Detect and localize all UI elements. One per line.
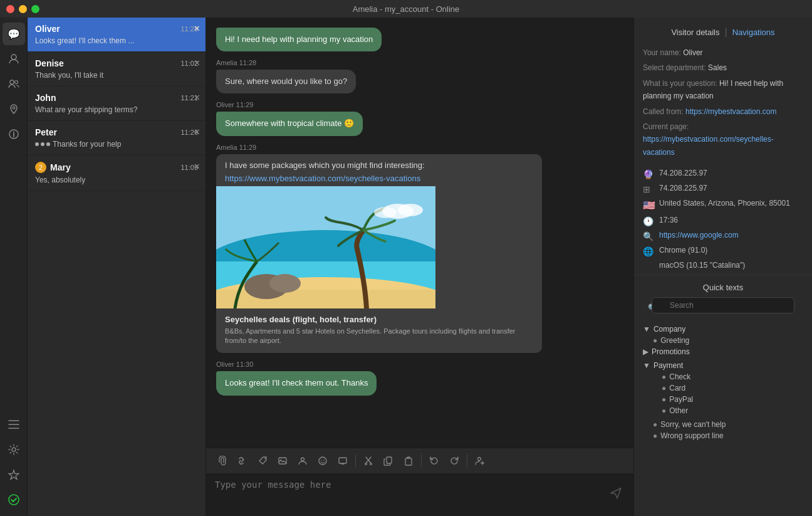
- current-page-link[interactable]: https://mybestvacation.com/seychelles-va…: [643, 135, 774, 156]
- conv-close-denise[interactable]: ✕: [194, 58, 200, 68]
- question-row: What is your question: Hi! I need help w…: [643, 77, 803, 103]
- qt-label-other: Other: [669, 406, 688, 415]
- bullet-icon-5: ●: [662, 406, 666, 415]
- toolbar-tag[interactable]: [254, 452, 271, 470]
- nav-location[interactable]: [3, 98, 25, 120]
- qt-folder-promotions-header[interactable]: ▶ Promotions: [643, 346, 803, 357]
- typing-indicator: [35, 142, 50, 146]
- vm-os: macOS (10.15 "Catalina"): [659, 261, 745, 270]
- chevron-down-icon: ▼: [643, 325, 650, 334]
- bullet-icon-2: ●: [662, 372, 666, 381]
- conversation-item-john[interactable]: John 11:21 ✕ What are your shipping term…: [28, 87, 206, 121]
- bullet-icon-4: ●: [662, 395, 666, 404]
- qt-label-sorry: Sorry, we can't help: [660, 420, 726, 429]
- svg-point-16: [374, 207, 397, 218]
- qt-item-paypal[interactable]: ● PayPal: [652, 394, 803, 405]
- bullet-icon: ●: [653, 336, 657, 345]
- send-button[interactable]: [610, 487, 622, 503]
- conversation-item-mary[interactable]: 2 Mary 11:09 ✕ Yes, absolutely: [28, 155, 206, 191]
- nav-star[interactable]: [3, 463, 25, 486]
- seychelles-link[interactable]: https://www.mybestvacation.com/seychelle…: [225, 174, 420, 183]
- conv-close-john[interactable]: ✕: [194, 93, 200, 102]
- right-panel: Visitor details | Navigations Your name:…: [633, 18, 812, 516]
- toolbar-user-add[interactable]: [471, 452, 489, 470]
- vm-time: 17:36: [659, 216, 678, 224]
- msg-bubble-5: Looks great! I'll check them out. Thanks: [216, 371, 377, 395]
- conversation-item-denise[interactable]: Denise 11:02 ✕ Thank you, I'll take it: [28, 52, 206, 87]
- current-page-row: Current page: https://mybestvacation.com…: [643, 120, 803, 159]
- toolbar-separator-1: [355, 455, 356, 467]
- quick-texts-search[interactable]: [652, 297, 794, 313]
- close-button[interactable]: [6, 5, 14, 13]
- nav-profile[interactable]: [3, 48, 25, 70]
- nav-status[interactable]: [3, 488, 25, 511]
- toolbar-link[interactable]: [234, 452, 251, 470]
- conv-preview-mary: Yes, absolutely: [35, 176, 167, 184]
- nav-chat[interactable]: 💬: [3, 23, 25, 45]
- toolbar-attach[interactable]: [214, 452, 231, 470]
- conv-close-mary[interactable]: ✕: [194, 162, 200, 171]
- nav-users[interactable]: [3, 73, 25, 95]
- conv-name-oliver: Oliver: [35, 24, 60, 34]
- qt-folder-label-company: Company: [653, 325, 685, 334]
- svg-rect-24: [339, 458, 346, 463]
- toolbar-separator-2: [421, 455, 422, 467]
- toolbar-redo[interactable]: [445, 452, 463, 470]
- navigations-link[interactable]: Navigations: [732, 28, 775, 37]
- conv-name-mary: Mary: [50, 162, 71, 172]
- conv-close-peter[interactable]: ✕: [194, 127, 200, 137]
- toolbar-emoji[interactable]: [314, 452, 331, 470]
- minimize-button[interactable]: [19, 5, 27, 13]
- msg-card-body: Seychelles deals (flight, hotel, transfe…: [216, 308, 542, 354]
- toolbar-image[interactable]: [274, 452, 291, 470]
- conversation-item-oliver[interactable]: Oliver 11:28 ✕ Looks great! I'll check t…: [28, 18, 206, 52]
- toolbar-person[interactable]: [294, 452, 311, 470]
- msg-bubble-2: Sure, where would you like to go?: [216, 70, 356, 93]
- toolbar-screen[interactable]: [334, 452, 351, 470]
- message-1: Hi! I need help with planning my vacatio…: [216, 28, 623, 51]
- nav-menu[interactable]: [3, 413, 25, 436]
- vm-referrer[interactable]: https://www.google.com: [659, 231, 739, 240]
- conv-preview-denise: Thank you, I'll take it: [35, 71, 167, 80]
- vm-ip2-row: ⊞ 74.208.225.97: [643, 184, 803, 194]
- qt-label-card: Card: [669, 384, 685, 392]
- conv-close-oliver[interactable]: ✕: [194, 24, 200, 33]
- qt-folder-label-payment: Payment: [653, 361, 683, 370]
- vm-ip2: 74.208.225.97: [659, 184, 707, 192]
- toolbar-undo[interactable]: [425, 452, 443, 470]
- titlebar: Amelia - my_account - Online: [0, 0, 812, 18]
- msg-bubble-3: Somewhere with tropical climate 🙂: [216, 112, 363, 135]
- conv-name-peter: Peter: [35, 127, 57, 137]
- svg-point-13: [269, 274, 301, 293]
- svg-point-20: [301, 458, 304, 461]
- qt-item-card[interactable]: ● Card: [652, 382, 803, 394]
- msg-card: I have some packages which you might fin…: [216, 154, 542, 354]
- question-label: What is your question:: [643, 79, 717, 88]
- qt-item-greeting[interactable]: ● Greeting: [643, 335, 803, 346]
- msg-meta-4: Amelia 11:29: [216, 144, 256, 151]
- vm-location: United States, Arizona, Phoenix, 85001: [659, 199, 790, 208]
- toolbar-paste[interactable]: [400, 452, 417, 470]
- qt-item-sorry[interactable]: ● Sorry, we can't help: [643, 419, 803, 430]
- message-input[interactable]: [215, 480, 625, 505]
- qt-folder-company-header[interactable]: ▼ Company: [643, 324, 803, 335]
- maximize-button[interactable]: [31, 5, 39, 13]
- qt-item-other[interactable]: ● Other: [652, 405, 803, 416]
- conversation-item-peter[interactable]: Peter 11:26 ✕ Thanks for your help: [28, 121, 206, 155]
- toolbar-copy[interactable]: [380, 452, 397, 470]
- message-5: Oliver 11:30 Looks great! I'll check the…: [216, 361, 623, 395]
- visitor-info: Your name: Oliver Select department: Sal…: [634, 44, 812, 164]
- conversation-list: Oliver 11:28 ✕ Looks great! I'll check t…: [28, 18, 206, 516]
- qt-folder-payment-header[interactable]: ▼ Payment: [643, 360, 803, 371]
- nav-settings[interactable]: [3, 438, 25, 461]
- vm-referrer-row: 🔍 https://www.google.com: [643, 231, 803, 241]
- toolbar-cut[interactable]: [360, 452, 377, 470]
- qt-item-wrong-support[interactable]: ● Wrong support line: [643, 430, 803, 441]
- nav-info[interactable]: [3, 123, 25, 145]
- qt-folder-payment: ▼ Payment ● Check ● Card ●: [643, 360, 803, 416]
- called-link[interactable]: https://mybestvacation.com: [685, 107, 776, 116]
- vm-browser-row: 🌐 Chrome (91.0): [643, 246, 803, 256]
- vm-browser: Chrome (91.0): [659, 246, 707, 255]
- current-page-label: Current page:: [643, 122, 689, 131]
- qt-item-check[interactable]: ● Check: [652, 371, 803, 382]
